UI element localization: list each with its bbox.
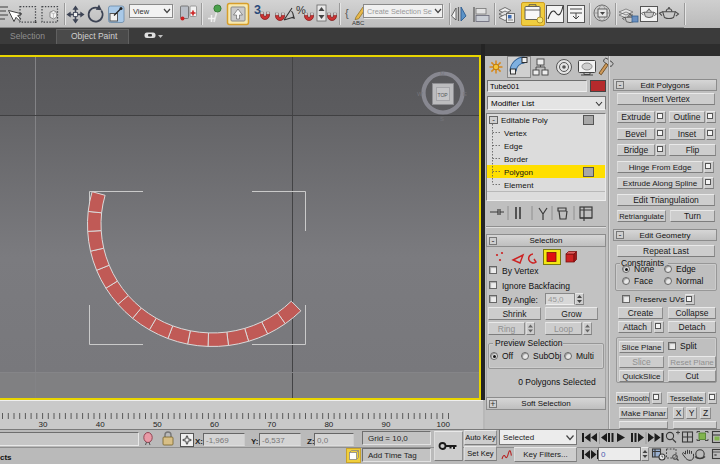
svg-text:W: W: [417, 91, 423, 97]
svg-text:TOP: TOP: [438, 92, 449, 98]
svg-text:N: N: [440, 71, 444, 77]
svg-text:S: S: [440, 116, 444, 122]
svg-text:E: E: [463, 91, 467, 97]
